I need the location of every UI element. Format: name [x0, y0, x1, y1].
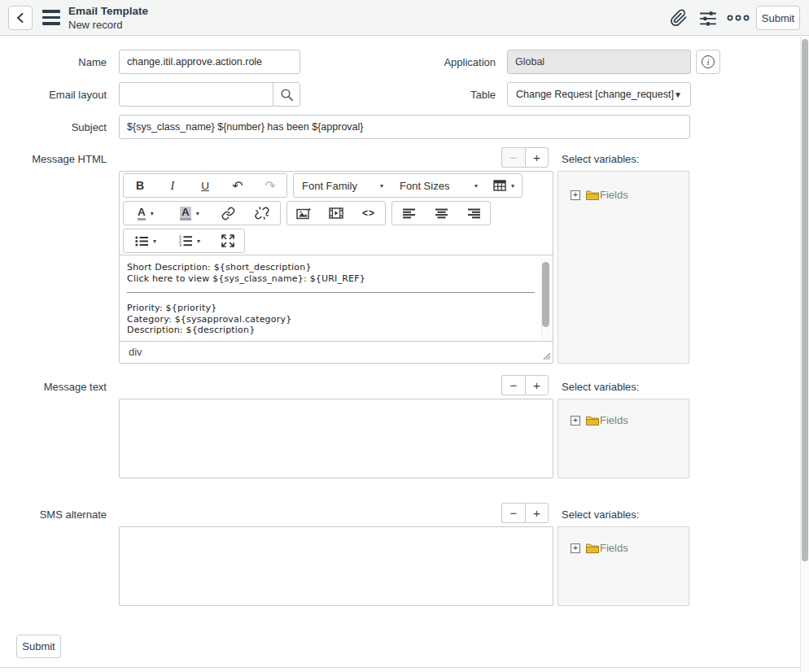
subject-label: Subject	[16, 121, 107, 133]
name-label: Name	[16, 56, 107, 68]
folder-icon	[586, 543, 599, 553]
email-layout-lookup-button[interactable]	[273, 82, 300, 107]
page-scrollbar-thumb[interactable]	[802, 39, 808, 561]
fields-tree-node[interactable]: + Fields	[571, 414, 689, 426]
fields-tree-label: Fields	[600, 189, 628, 201]
font-family-dropdown[interactable]: Font Family ▾	[294, 174, 391, 197]
fields-tree-label: Fields	[600, 542, 628, 554]
email-layout-input[interactable]	[119, 82, 273, 107]
chevron-down-icon: ▾	[474, 182, 478, 190]
chevron-down-icon: ▾	[196, 210, 199, 217]
background-color-dropdown[interactable]: A ▾	[168, 202, 212, 225]
align-right-icon	[468, 208, 480, 219]
application-info-button[interactable]: i	[696, 50, 720, 74]
text-color-dropdown[interactable]: A ▾	[124, 202, 168, 225]
undo-button[interactable]: ↶	[221, 174, 254, 197]
code-icon: <>	[362, 207, 375, 219]
resize-grip-icon[interactable]	[542, 351, 550, 360]
element-path[interactable]: div	[129, 346, 142, 358]
subject-input[interactable]	[119, 115, 690, 139]
chevron-down-icon: ▼	[674, 90, 682, 99]
font-sizes-dropdown[interactable]: Font Sizes ▾	[391, 174, 486, 197]
media-icon	[329, 207, 343, 219]
back-button[interactable]	[8, 6, 33, 30]
application-label: Application	[391, 56, 496, 68]
remove-link-button[interactable]	[244, 202, 280, 225]
text-color-icon: A	[138, 207, 146, 220]
content-horizontal-rule	[127, 292, 535, 293]
shrink-message-text-button[interactable]: −	[501, 375, 525, 395]
editor-toolbar-row-1: B I U ↶ ↷ Font Family ▾ Font Sizes ▾	[120, 172, 553, 199]
personalize-form-button[interactable]	[697, 7, 719, 28]
fields-tree-node[interactable]: + Fields	[571, 542, 689, 554]
bullet-list-icon	[135, 236, 148, 247]
tree-expand-icon[interactable]: +	[571, 190, 580, 200]
editor-toolbar-row-2: A ▾ A ▾	[120, 199, 553, 227]
align-center-button[interactable]	[425, 202, 457, 225]
link-icon	[221, 207, 235, 220]
message-text-label: Message text	[16, 381, 107, 393]
content-line: Category: ${sysapproval.category}	[127, 314, 535, 325]
redo-button[interactable]: ↷	[254, 174, 286, 197]
background-color-icon: A	[180, 207, 191, 220]
chevron-down-icon: ▾	[511, 182, 514, 190]
insert-link-button[interactable]	[212, 202, 244, 225]
editor-toolbar-row-3: ▾ 123 ▾	[120, 227, 553, 255]
align-center-icon	[435, 208, 448, 219]
message-html-content[interactable]: Short Description: ${short_description} …	[120, 255, 553, 341]
content-line: Description: ${description}	[127, 325, 535, 336]
italic-button[interactable]: I	[156, 174, 189, 197]
chevron-down-icon: ▾	[153, 238, 156, 245]
shrink-editor-button[interactable]: −	[501, 147, 525, 168]
attachment-button[interactable]	[667, 7, 690, 28]
bold-button[interactable]: B	[124, 174, 156, 197]
editor-scrollbar-thumb[interactable]	[542, 262, 549, 327]
content-line: Short Description: ${short_description}	[127, 262, 535, 273]
image-icon	[296, 207, 311, 220]
select-variables-label-html: Select variables:	[562, 153, 639, 165]
content-line: Priority: ${priority}	[127, 303, 535, 314]
name-input[interactable]	[119, 50, 300, 74]
tree-expand-icon[interactable]: +	[571, 416, 580, 425]
insert-media-button[interactable]	[320, 202, 352, 225]
message-html-sizer: − +	[501, 147, 549, 168]
source-code-button[interactable]: <>	[352, 202, 385, 225]
editor-scrollbar-track[interactable]	[541, 258, 551, 338]
message-text-textarea[interactable]	[119, 399, 553, 478]
email-template-form-page: Email Template New record Submit N	[0, 0, 809, 672]
submit-button-footer[interactable]: Submit	[16, 635, 61, 658]
grow-editor-button[interactable]: +	[525, 147, 549, 168]
numbered-list-dropdown[interactable]: 123 ▾	[168, 229, 212, 252]
numbered-list-icon: 123	[179, 235, 192, 247]
insert-image-button[interactable]	[287, 202, 320, 225]
ellipsis-icon	[726, 14, 750, 22]
align-right-button[interactable]	[457, 202, 490, 225]
bullet-list-dropdown[interactable]: ▾	[124, 229, 168, 252]
hamburger-menu-button[interactable]	[42, 10, 60, 26]
select-variables-label-text: Select variables:	[562, 381, 639, 393]
grow-sms-button[interactable]: +	[525, 503, 549, 523]
shrink-sms-button[interactable]: −	[501, 503, 525, 523]
content-line: Click here to view ${sys_class_name}: ${…	[127, 273, 535, 285]
fullscreen-icon	[221, 234, 234, 247]
underline-button[interactable]: U	[189, 174, 221, 197]
grow-message-text-button[interactable]: +	[525, 375, 549, 395]
more-options-button[interactable]	[724, 7, 752, 28]
sms-alternate-sizer: − +	[501, 503, 549, 523]
chevron-down-icon: ▾	[151, 210, 154, 217]
header-title-block: Email Template New record	[68, 4, 148, 32]
fields-tree-label: Fields	[600, 414, 628, 426]
insert-table-dropdown[interactable]: ▾	[486, 174, 522, 197]
sms-alternate-textarea[interactable]	[119, 526, 553, 606]
submit-button-header[interactable]: Submit	[756, 6, 800, 30]
tree-expand-icon[interactable]: +	[571, 543, 580, 553]
select-variables-panel-html: + Fields	[558, 171, 689, 364]
chevron-down-icon: ▾	[380, 182, 383, 190]
table-select[interactable]: Change Request [change_request] ▼	[507, 82, 691, 107]
redo-icon: ↷	[265, 178, 275, 194]
fullscreen-button[interactable]	[212, 229, 244, 252]
svg-text:3: 3	[179, 242, 181, 247]
align-left-button[interactable]	[392, 202, 425, 225]
fields-tree-node[interactable]: + Fields	[571, 189, 689, 201]
select-variables-panel-text: + Fields	[558, 399, 689, 478]
